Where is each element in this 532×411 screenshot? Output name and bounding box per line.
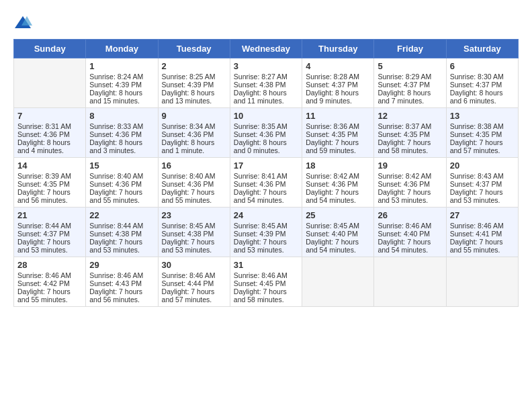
sunrise-text: Sunrise: 8:40 AM [162,172,226,180]
calendar-cell: 24Sunrise: 8:45 AMSunset: 4:39 PMDayligh… [230,208,302,257]
sunrise-text: Sunrise: 8:40 AM [89,172,154,180]
logo-icon [13,13,32,32]
daylight-text: Daylight: 7 hours and 57 minutes. [450,138,515,154]
calendar-cell: 10Sunrise: 8:35 AMSunset: 4:36 PMDayligh… [230,108,302,158]
day-number: 22 [89,210,154,220]
day-number: 19 [378,161,442,171]
calendar-week-row: 21Sunrise: 8:44 AMSunset: 4:37 PMDayligh… [14,208,519,257]
day-number: 8 [89,111,154,121]
day-number: 13 [450,111,515,121]
calendar-cell: 30Sunrise: 8:46 AMSunset: 4:44 PMDayligh… [158,257,230,307]
day-number: 4 [306,61,370,71]
calendar-cell: 16Sunrise: 8:40 AMSunset: 4:36 PMDayligh… [158,158,230,208]
day-number: 26 [378,210,442,220]
day-number: 20 [450,161,515,171]
sunrise-text: Sunrise: 8:46 AM [378,222,442,230]
day-number: 25 [306,210,370,220]
sunset-text: Sunset: 4:37 PM [17,230,82,238]
daylight-text: Daylight: 8 hours and 6 minutes. [450,89,515,105]
sunrise-text: Sunrise: 8:38 AM [450,122,515,130]
sunrise-text: Sunrise: 8:43 AM [450,172,515,180]
daylight-text: Daylight: 7 hours and 53 minutes. [234,238,298,254]
daylight-text: Daylight: 7 hours and 58 minutes. [234,287,298,304]
sunset-text: Sunset: 4:40 PM [306,230,370,238]
sunrise-text: Sunrise: 8:45 AM [162,222,226,230]
sunset-text: Sunset: 4:39 PM [234,230,298,238]
sunset-text: Sunset: 4:37 PM [306,81,370,89]
sunrise-text: Sunrise: 8:25 AM [162,73,226,81]
calendar-cell: 4Sunrise: 8:28 AMSunset: 4:37 PMDaylight… [302,58,374,108]
day-number: 31 [234,260,298,270]
sunrise-text: Sunrise: 8:27 AM [234,73,298,81]
day-header-tuesday: Tuesday [158,40,230,58]
sunset-text: Sunset: 4:36 PM [378,180,442,188]
calendar-cell: 18Sunrise: 8:42 AMSunset: 4:36 PMDayligh… [302,158,374,208]
day-number: 23 [162,210,226,220]
sunset-text: Sunset: 4:36 PM [306,180,370,188]
daylight-text: Daylight: 7 hours and 53 minutes. [378,188,442,204]
calendar-cell: 25Sunrise: 8:45 AMSunset: 4:40 PMDayligh… [302,208,374,257]
day-number: 5 [378,61,442,71]
sunrise-text: Sunrise: 8:24 AM [89,73,154,81]
sunset-text: Sunset: 4:41 PM [450,230,515,238]
calendar-cell: 29Sunrise: 8:46 AMSunset: 4:43 PMDayligh… [86,257,158,307]
sunset-text: Sunset: 4:36 PM [17,130,82,138]
calendar-cell: 12Sunrise: 8:37 AMSunset: 4:35 PMDayligh… [374,108,446,158]
daylight-text: Daylight: 8 hours and 15 minutes. [89,89,154,105]
daylight-text: Daylight: 7 hours and 57 minutes. [162,287,226,304]
daylight-text: Daylight: 7 hours and 54 minutes. [306,188,370,204]
sunrise-text: Sunrise: 8:41 AM [234,172,298,180]
calendar-cell: 9Sunrise: 8:34 AMSunset: 4:36 PMDaylight… [158,108,230,158]
calendar-week-row: 1Sunrise: 8:24 AMSunset: 4:39 PMDaylight… [14,58,519,108]
daylight-text: Daylight: 8 hours and 11 minutes. [234,89,298,105]
sunset-text: Sunset: 4:42 PM [17,279,82,287]
sunset-text: Sunset: 4:38 PM [234,81,298,89]
sunrise-text: Sunrise: 8:46 AM [450,222,515,230]
daylight-text: Daylight: 8 hours and 1 minute. [162,138,226,154]
calendar-cell [374,257,446,307]
daylight-text: Daylight: 7 hours and 53 minutes. [162,238,226,254]
sunset-text: Sunset: 4:35 PM [17,180,82,188]
daylight-text: Daylight: 7 hours and 55 minutes. [450,238,515,254]
day-number: 28 [17,260,82,270]
daylight-text: Daylight: 7 hours and 53 minutes. [89,238,154,254]
sunset-text: Sunset: 4:35 PM [378,130,442,138]
day-number: 12 [378,111,442,121]
day-number: 1 [89,61,154,71]
daylight-text: Daylight: 7 hours and 53 minutes. [450,188,515,204]
day-number: 29 [89,260,154,270]
sunset-text: Sunset: 4:36 PM [89,130,154,138]
daylight-text: Daylight: 7 hours and 58 minutes. [378,138,442,154]
day-header-friday: Friday [374,40,446,58]
day-header-wednesday: Wednesday [230,40,302,58]
daylight-text: Daylight: 7 hours and 54 minutes. [306,238,370,254]
sunset-text: Sunset: 4:35 PM [450,130,515,138]
sunset-text: Sunset: 4:35 PM [306,130,370,138]
calendar-week-row: 7Sunrise: 8:31 AMSunset: 4:36 PMDaylight… [14,108,519,158]
calendar-cell [446,257,518,307]
calendar-cell: 5Sunrise: 8:29 AMSunset: 4:37 PMDaylight… [374,58,446,108]
sunrise-text: Sunrise: 8:44 AM [89,222,154,230]
calendar-cell [302,257,374,307]
calendar-cell: 1Sunrise: 8:24 AMSunset: 4:39 PMDaylight… [86,58,158,108]
calendar-week-row: 14Sunrise: 8:39 AMSunset: 4:35 PMDayligh… [14,158,519,208]
calendar-cell: 21Sunrise: 8:44 AMSunset: 4:37 PMDayligh… [14,208,86,257]
daylight-text: Daylight: 8 hours and 9 minutes. [306,89,370,105]
calendar-cell [14,58,86,108]
calendar-cell: 28Sunrise: 8:46 AMSunset: 4:42 PMDayligh… [14,257,86,307]
sunrise-text: Sunrise: 8:46 AM [234,271,298,279]
sunrise-text: Sunrise: 8:35 AM [234,122,298,130]
calendar-cell: 19Sunrise: 8:42 AMSunset: 4:36 PMDayligh… [374,158,446,208]
sunrise-text: Sunrise: 8:46 AM [17,271,82,279]
calendar-cell: 6Sunrise: 8:30 AMSunset: 4:37 PMDaylight… [446,58,518,108]
calendar-week-row: 28Sunrise: 8:46 AMSunset: 4:42 PMDayligh… [14,257,519,307]
sunrise-text: Sunrise: 8:46 AM [89,271,154,279]
daylight-text: Daylight: 7 hours and 53 minutes. [17,238,82,254]
day-number: 21 [17,210,82,220]
sunset-text: Sunset: 4:38 PM [162,230,226,238]
day-number: 17 [234,161,298,171]
sunset-text: Sunset: 4:45 PM [234,279,298,287]
sunrise-text: Sunrise: 8:29 AM [378,73,442,81]
daylight-text: Daylight: 8 hours and 7 minutes. [378,89,442,105]
sunset-text: Sunset: 4:36 PM [89,180,154,188]
